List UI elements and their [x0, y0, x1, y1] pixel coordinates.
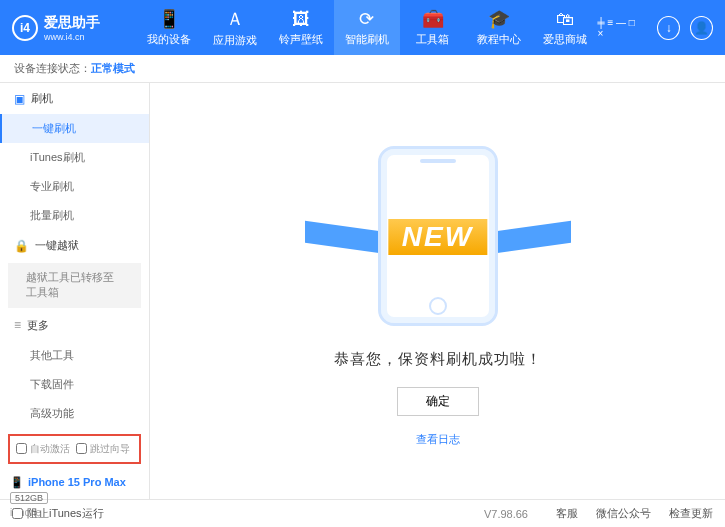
version-label: V7.98.66 [484, 508, 528, 520]
sidebar-item-itunes-flash[interactable]: iTunes刷机 [0, 143, 149, 172]
phone-icon: 📱 [10, 476, 24, 488]
sidebar-item-onekey-flash[interactable]: 一键刷机 [0, 114, 149, 143]
main-content: NEW 恭喜您，保资料刷机成功啦！ 确定 查看日志 [150, 83, 725, 499]
device-capacity: 512GB [10, 492, 48, 504]
sidebar: ▣刷机 一键刷机 iTunes刷机 专业刷机 批量刷机 🔒一键越狱 越狱工具已转… [0, 83, 150, 499]
wallpaper-icon: 🖼 [292, 9, 310, 30]
skip-guide-checkbox[interactable]: 跳过向导 [76, 442, 130, 456]
status-bar: 设备连接状态： 正常模式 [0, 55, 725, 83]
apps-icon: Ａ [226, 7, 244, 31]
connection-status-mode: 正常模式 [91, 61, 135, 76]
sidebar-item-other-tools[interactable]: 其他工具 [0, 341, 149, 370]
user-button[interactable]: 👤 [690, 16, 713, 40]
sidebar-item-pro-flash[interactable]: 专业刷机 [0, 172, 149, 201]
sidebar-section-jailbreak: 🔒一键越狱 [0, 230, 149, 261]
ok-button[interactable]: 确定 [397, 387, 479, 416]
success-illustration: NEW [378, 146, 498, 326]
tab-ringtone-wallpaper[interactable]: 🖼铃声壁纸 [268, 0, 334, 55]
download-button[interactable]: ↓ [657, 16, 680, 40]
view-log-link[interactable]: 查看日志 [416, 432, 460, 447]
success-message: 恭喜您，保资料刷机成功啦！ [334, 350, 542, 369]
ribbon-right-icon [481, 220, 571, 255]
auto-activate-checkbox[interactable]: 自动激活 [16, 442, 70, 456]
toolbox-icon: 🧰 [422, 8, 444, 30]
footer-link-update[interactable]: 检查更新 [669, 506, 713, 521]
app-subtitle: www.i4.cn [44, 32, 100, 42]
app-header: i4 爱思助手 www.i4.cn 📱我的设备 Ａ应用游戏 🖼铃声壁纸 ⟳智能刷… [0, 0, 725, 55]
flash-section-icon: ▣ [14, 92, 25, 106]
sidebar-item-advanced[interactable]: 高级功能 [0, 399, 149, 428]
phone-graphic: NEW [378, 146, 498, 326]
more-icon: ≡ [14, 318, 21, 332]
device-name: 📱iPhone 15 Pro Max [10, 476, 139, 489]
sidebar-item-batch-flash[interactable]: 批量刷机 [0, 201, 149, 230]
tab-tutorial-center[interactable]: 🎓教程中心 [466, 0, 532, 55]
tab-smart-flash[interactable]: ⟳智能刷机 [334, 0, 400, 55]
sidebar-section-more[interactable]: ≡更多 [0, 310, 149, 341]
window-controls[interactable]: ╪ ≡ — □ × [598, 17, 642, 39]
app-title: 爱思助手 [44, 14, 100, 32]
tab-apps-games[interactable]: Ａ应用游戏 [202, 0, 268, 55]
connection-status-label: 设备连接状态： [14, 61, 91, 76]
new-banner: NEW [388, 219, 487, 255]
store-icon: 🛍 [556, 9, 574, 30]
device-icon: 📱 [158, 8, 180, 30]
sidebar-checks-highlighted: 自动激活 跳过向导 [8, 434, 141, 464]
logo-area: i4 爱思助手 www.i4.cn [0, 14, 136, 42]
footer-link-wechat[interactable]: 微信公众号 [596, 506, 651, 521]
tutorial-icon: 🎓 [488, 8, 510, 30]
sidebar-section-flash[interactable]: ▣刷机 [0, 83, 149, 114]
logo-icon: i4 [12, 15, 38, 41]
flash-icon: ⟳ [359, 8, 374, 30]
lock-icon: 🔒 [14, 239, 29, 253]
footer-links: 客服 微信公众号 检查更新 [556, 506, 713, 521]
tab-store[interactable]: 🛍爱思商城 [532, 0, 598, 55]
header-right: ╪ ≡ — □ × ↓ 👤 [598, 16, 725, 40]
ribbon-left-icon [305, 220, 395, 255]
tab-toolbox[interactable]: 🧰工具箱 [400, 0, 466, 55]
nav-tabs: 📱我的设备 Ａ应用游戏 🖼铃声壁纸 ⟳智能刷机 🧰工具箱 🎓教程中心 🛍爱思商城 [136, 0, 598, 55]
sidebar-item-download-firmware[interactable]: 下载固件 [0, 370, 149, 399]
block-itunes-checkbox[interactable]: 阻止iTunes运行 [12, 506, 104, 521]
sidebar-jailbreak-notice: 越狱工具已转移至工具箱 [8, 263, 141, 308]
footer-link-support[interactable]: 客服 [556, 506, 578, 521]
tab-my-device[interactable]: 📱我的设备 [136, 0, 202, 55]
